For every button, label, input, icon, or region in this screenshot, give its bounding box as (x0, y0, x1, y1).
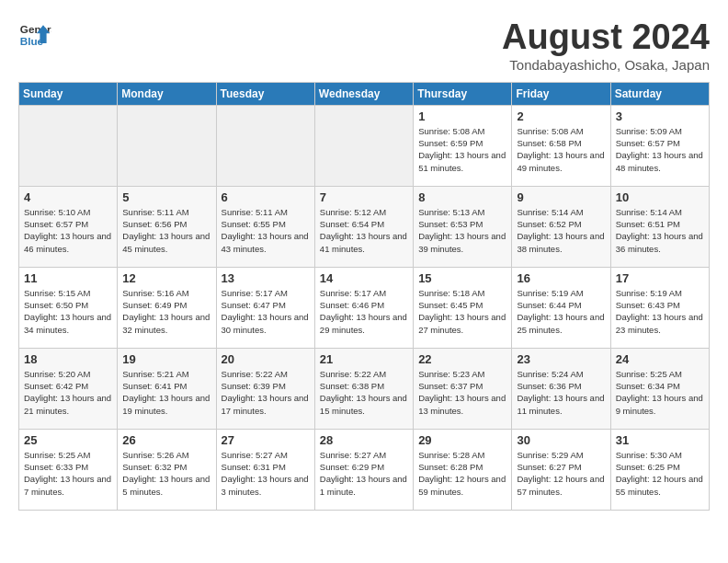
cell-text: Sunrise: 5:08 AMSunset: 6:59 PMDaylight:… (418, 125, 506, 174)
day-number: 25 (24, 433, 112, 447)
cell-text: Sunrise: 5:26 AMSunset: 6:32 PMDaylight:… (122, 449, 210, 498)
day-number: 14 (320, 271, 408, 285)
cell-text: Sunrise: 5:19 AMSunset: 6:44 PMDaylight:… (517, 287, 605, 336)
logo-icon: General Blue (18, 18, 51, 52)
calendar-cell: 15Sunrise: 5:18 AMSunset: 6:45 PMDayligh… (414, 267, 512, 348)
calendar-cell: 14Sunrise: 5:17 AMSunset: 6:46 PMDayligh… (314, 267, 413, 348)
cell-text: Sunrise: 5:27 AMSunset: 6:31 PMDaylight:… (222, 449, 310, 498)
calendar-cell: 10Sunrise: 5:14 AMSunset: 6:51 PMDayligh… (610, 186, 709, 267)
calendar-cell: 24Sunrise: 5:25 AMSunset: 6:34 PMDayligh… (610, 348, 709, 429)
calendar-cell (118, 105, 216, 186)
cell-text: Sunrise: 5:25 AMSunset: 6:33 PMDaylight:… (24, 449, 112, 498)
calendar-cell: 25Sunrise: 5:25 AMSunset: 6:33 PMDayligh… (19, 429, 118, 510)
calendar-cell: 16Sunrise: 5:19 AMSunset: 6:44 PMDayligh… (512, 267, 610, 348)
weekday-tuesday: Tuesday (216, 82, 314, 105)
day-number: 11 (24, 271, 112, 285)
calendar-cell: 30Sunrise: 5:29 AMSunset: 6:27 PMDayligh… (512, 429, 610, 510)
day-number: 1 (418, 109, 506, 123)
day-number: 21 (320, 352, 408, 366)
cell-text: Sunrise: 5:13 AMSunset: 6:53 PMDaylight:… (418, 206, 506, 255)
cell-text: Sunrise: 5:24 AMSunset: 6:36 PMDaylight:… (517, 368, 605, 417)
calendar-cell: 9Sunrise: 5:14 AMSunset: 6:52 PMDaylight… (512, 186, 610, 267)
cell-text: Sunrise: 5:29 AMSunset: 6:27 PMDaylight:… (517, 449, 605, 498)
day-number: 2 (517, 109, 605, 123)
calendar-cell: 18Sunrise: 5:20 AMSunset: 6:42 PMDayligh… (19, 348, 118, 429)
cell-text: Sunrise: 5:30 AMSunset: 6:25 PMDaylight:… (616, 449, 704, 498)
cell-text: Sunrise: 5:28 AMSunset: 6:28 PMDaylight:… (418, 449, 506, 498)
calendar-cell: 7Sunrise: 5:12 AMSunset: 6:54 PMDaylight… (314, 186, 413, 267)
calendar-cell: 20Sunrise: 5:22 AMSunset: 6:39 PMDayligh… (216, 348, 314, 429)
day-number: 15 (418, 271, 506, 285)
calendar-cell: 1Sunrise: 5:08 AMSunset: 6:59 PMDaylight… (414, 105, 512, 186)
cell-text: Sunrise: 5:22 AMSunset: 6:38 PMDaylight:… (320, 368, 408, 417)
day-number: 26 (122, 433, 210, 447)
calendar-cell: 5Sunrise: 5:11 AMSunset: 6:56 PMDaylight… (118, 186, 216, 267)
calendar-cell (19, 105, 118, 186)
calendar-week-3: 11Sunrise: 5:15 AMSunset: 6:50 PMDayligh… (19, 267, 710, 348)
cell-text: Sunrise: 5:12 AMSunset: 6:54 PMDaylight:… (320, 206, 408, 255)
weekday-friday: Friday (512, 82, 610, 105)
calendar-cell: 27Sunrise: 5:27 AMSunset: 6:31 PMDayligh… (216, 429, 314, 510)
weekday-saturday: Saturday (610, 82, 709, 105)
cell-text: Sunrise: 5:25 AMSunset: 6:34 PMDaylight:… (616, 368, 704, 417)
cell-text: Sunrise: 5:15 AMSunset: 6:50 PMDaylight:… (24, 287, 112, 336)
day-number: 3 (616, 109, 704, 123)
cell-text: Sunrise: 5:14 AMSunset: 6:52 PMDaylight:… (517, 206, 605, 255)
cell-text: Sunrise: 5:10 AMSunset: 6:57 PMDaylight:… (24, 206, 112, 255)
logo: General Blue (18, 18, 51, 52)
cell-text: Sunrise: 5:17 AMSunset: 6:47 PMDaylight:… (222, 287, 310, 336)
day-number: 27 (222, 433, 310, 447)
calendar-cell: 17Sunrise: 5:19 AMSunset: 6:43 PMDayligh… (610, 267, 709, 348)
calendar-cell: 23Sunrise: 5:24 AMSunset: 6:36 PMDayligh… (512, 348, 610, 429)
calendar-week-4: 18Sunrise: 5:20 AMSunset: 6:42 PMDayligh… (19, 348, 710, 429)
calendar-cell: 13Sunrise: 5:17 AMSunset: 6:47 PMDayligh… (216, 267, 314, 348)
cell-text: Sunrise: 5:08 AMSunset: 6:58 PMDaylight:… (517, 125, 605, 174)
weekday-monday: Monday (118, 82, 216, 105)
cell-text: Sunrise: 5:17 AMSunset: 6:46 PMDaylight:… (320, 287, 408, 336)
cell-text: Sunrise: 5:11 AMSunset: 6:55 PMDaylight:… (222, 206, 310, 255)
day-number: 19 (122, 352, 210, 366)
day-number: 4 (24, 190, 112, 204)
calendar-cell: 29Sunrise: 5:28 AMSunset: 6:28 PMDayligh… (414, 429, 512, 510)
day-number: 9 (517, 190, 605, 204)
day-number: 8 (418, 190, 506, 204)
cell-text: Sunrise: 5:19 AMSunset: 6:43 PMDaylight:… (616, 287, 704, 336)
calendar-cell: 22Sunrise: 5:23 AMSunset: 6:37 PMDayligh… (414, 348, 512, 429)
calendar-cell: 31Sunrise: 5:30 AMSunset: 6:25 PMDayligh… (610, 429, 709, 510)
weekday-sunday: Sunday (19, 82, 118, 105)
calendar-cell: 3Sunrise: 5:09 AMSunset: 6:57 PMDaylight… (610, 105, 709, 186)
calendar-cell: 26Sunrise: 5:26 AMSunset: 6:32 PMDayligh… (118, 429, 216, 510)
svg-text:General: General (20, 23, 51, 35)
calendar-week-1: 1Sunrise: 5:08 AMSunset: 6:59 PMDaylight… (19, 105, 710, 186)
calendar-cell: 21Sunrise: 5:22 AMSunset: 6:38 PMDayligh… (314, 348, 413, 429)
day-number: 10 (616, 190, 704, 204)
cell-text: Sunrise: 5:14 AMSunset: 6:51 PMDaylight:… (616, 206, 704, 255)
cell-text: Sunrise: 5:09 AMSunset: 6:57 PMDaylight:… (616, 125, 704, 174)
page-header: General Blue August 2024 Tondabayashicho… (18, 18, 710, 73)
cell-text: Sunrise: 5:23 AMSunset: 6:37 PMDaylight:… (418, 368, 506, 417)
location: Tondabayashicho, Osaka, Japan (502, 57, 710, 73)
day-number: 30 (517, 433, 605, 447)
day-number: 13 (222, 271, 310, 285)
cell-text: Sunrise: 5:18 AMSunset: 6:45 PMDaylight:… (418, 287, 506, 336)
calendar-cell (314, 105, 413, 186)
calendar-week-2: 4Sunrise: 5:10 AMSunset: 6:57 PMDaylight… (19, 186, 710, 267)
calendar-cell: 28Sunrise: 5:27 AMSunset: 6:29 PMDayligh… (314, 429, 413, 510)
calendar-body: 1Sunrise: 5:08 AMSunset: 6:59 PMDaylight… (19, 105, 710, 510)
day-number: 24 (616, 352, 704, 366)
day-number: 22 (418, 352, 506, 366)
calendar-cell: 12Sunrise: 5:16 AMSunset: 6:49 PMDayligh… (118, 267, 216, 348)
weekday-wednesday: Wednesday (314, 82, 413, 105)
day-number: 17 (616, 271, 704, 285)
day-number: 31 (616, 433, 704, 447)
day-number: 7 (320, 190, 408, 204)
calendar-week-5: 25Sunrise: 5:25 AMSunset: 6:33 PMDayligh… (19, 429, 710, 510)
cell-text: Sunrise: 5:27 AMSunset: 6:29 PMDaylight:… (320, 449, 408, 498)
calendar-cell: 11Sunrise: 5:15 AMSunset: 6:50 PMDayligh… (19, 267, 118, 348)
title-area: August 2024 Tondabayashicho, Osaka, Japa… (502, 18, 710, 73)
calendar-cell (216, 105, 314, 186)
cell-text: Sunrise: 5:20 AMSunset: 6:42 PMDaylight:… (24, 368, 112, 417)
day-number: 23 (517, 352, 605, 366)
day-number: 6 (222, 190, 310, 204)
calendar-cell: 2Sunrise: 5:08 AMSunset: 6:58 PMDaylight… (512, 105, 610, 186)
